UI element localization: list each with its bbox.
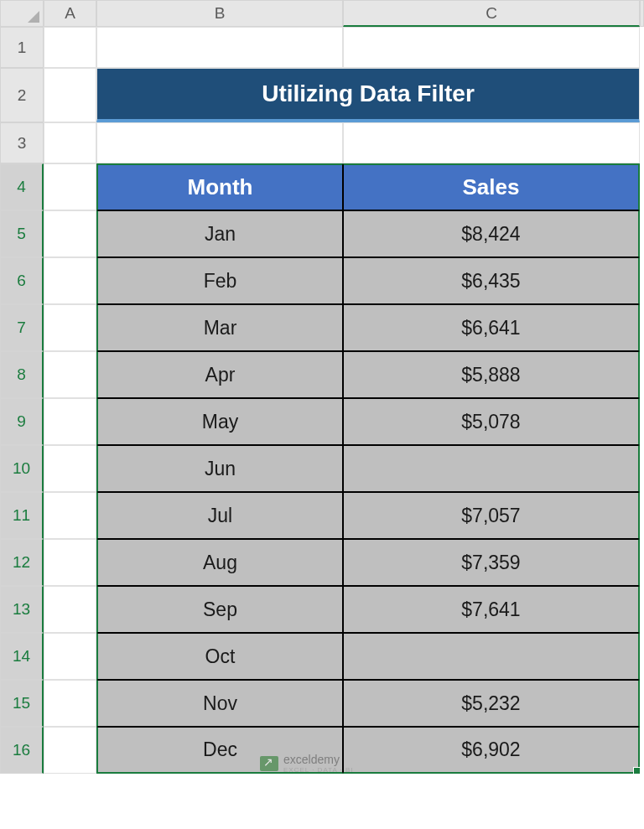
cell-c1[interactable] <box>343 27 640 68</box>
row-header-6[interactable]: 6 <box>0 257 44 304</box>
cell-a7[interactable] <box>44 304 96 351</box>
table-cell-sales[interactable]: $5,888 <box>343 351 640 398</box>
table-cell-sales[interactable]: $7,641 <box>343 586 640 633</box>
table-header-month[interactable]: Month <box>96 163 343 210</box>
cell-a3[interactable] <box>44 122 96 163</box>
row-header-10[interactable]: 10 <box>0 445 44 492</box>
table-cell-month[interactable]: May <box>96 398 343 445</box>
watermark-icon <box>260 756 278 771</box>
cell-a5[interactable] <box>44 210 96 257</box>
column-header-gutter <box>640 0 644 27</box>
table-cell-sales[interactable]: $5,078 <box>343 398 640 445</box>
row-header-1[interactable]: 1 <box>0 27 44 68</box>
cell-a4[interactable] <box>44 163 96 210</box>
row-header-5[interactable]: 5 <box>0 210 44 257</box>
table-cell-sales[interactable]: $7,057 <box>343 492 640 539</box>
table-cell-sales[interactable]: $8,424 <box>343 210 640 257</box>
cell-a13[interactable] <box>44 586 96 633</box>
table-cell-month[interactable]: Nov <box>96 680 343 727</box>
row-header-4[interactable]: 4 <box>0 163 44 210</box>
row-header-15[interactable]: 15 <box>0 680 44 727</box>
select-all-corner[interactable] <box>0 0 44 27</box>
table-cell-sales[interactable]: $5,232 <box>343 680 640 727</box>
watermark-text: exceldemy <box>283 753 354 766</box>
cell-a6[interactable] <box>44 257 96 304</box>
cell-a15[interactable] <box>44 680 96 727</box>
column-header-c[interactable]: C <box>343 0 640 27</box>
table-cell-month[interactable]: Feb <box>96 257 343 304</box>
cell-b1[interactable] <box>96 27 343 68</box>
table-cell-sales[interactable]: $6,641 <box>343 304 640 351</box>
table-cell-sales[interactable] <box>343 633 640 680</box>
row-header-13[interactable]: 13 <box>0 586 44 633</box>
spreadsheet-grid: A B C 1 2 Utilizing Data Filter 3 4 Mont… <box>0 0 644 774</box>
cell-c3[interactable] <box>343 122 640 163</box>
table-header-sales[interactable]: Sales <box>343 163 640 210</box>
watermark-subtext: EXCEL · DATA · BI <box>283 766 354 774</box>
table-cell-month[interactable]: Sep <box>96 586 343 633</box>
cell-a11[interactable] <box>44 492 96 539</box>
row-header-3[interactable]: 3 <box>0 122 44 163</box>
row-header-2[interactable]: 2 <box>0 68 44 122</box>
table-cell-sales[interactable]: $6,902 <box>343 727 640 774</box>
row-header-9[interactable]: 9 <box>0 398 44 445</box>
table-cell-sales[interactable]: $6,435 <box>343 257 640 304</box>
table-cell-month[interactable]: Jul <box>96 492 343 539</box>
column-header-b[interactable]: B <box>96 0 343 27</box>
cell-a1[interactable] <box>44 27 96 68</box>
cell-a16[interactable] <box>44 727 96 774</box>
table-cell-sales[interactable] <box>343 445 640 492</box>
table-cell-month[interactable]: Mar <box>96 304 343 351</box>
cell-a8[interactable] <box>44 351 96 398</box>
row-header-12[interactable]: 12 <box>0 539 44 586</box>
cell-a9[interactable] <box>44 398 96 445</box>
cell-a14[interactable] <box>44 633 96 680</box>
table-cell-month[interactable]: Apr <box>96 351 343 398</box>
cell-a12[interactable] <box>44 539 96 586</box>
row-header-7[interactable]: 7 <box>0 304 44 351</box>
table-cell-month[interactable]: Aug <box>96 539 343 586</box>
table-cell-month[interactable]: Oct <box>96 633 343 680</box>
title-cell[interactable]: Utilizing Data Filter <box>96 68 640 122</box>
table-cell-sales[interactable]: $7,359 <box>343 539 640 586</box>
row-header-11[interactable]: 11 <box>0 492 44 539</box>
table-cell-month[interactable]: Jun <box>96 445 343 492</box>
cell-b3[interactable] <box>96 122 343 163</box>
watermark: exceldemy EXCEL · DATA · BI <box>260 753 354 774</box>
table-cell-month[interactable]: Jan <box>96 210 343 257</box>
row-header-14[interactable]: 14 <box>0 633 44 680</box>
column-header-a[interactable]: A <box>44 0 96 27</box>
cell-a2[interactable] <box>44 68 96 122</box>
cell-a10[interactable] <box>44 445 96 492</box>
row-header-16[interactable]: 16 <box>0 727 44 774</box>
row-header-8[interactable]: 8 <box>0 351 44 398</box>
